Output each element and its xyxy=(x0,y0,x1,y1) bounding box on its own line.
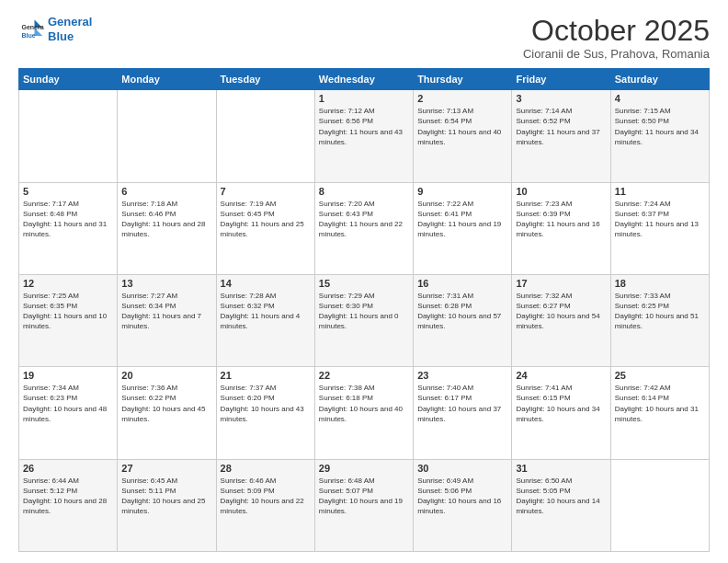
cell-sun-info: Sunrise: 7:29 AMSunset: 6:30 PMDaylight:… xyxy=(319,291,409,332)
calendar-cell: 23Sunrise: 7:40 AMSunset: 6:17 PMDayligh… xyxy=(414,367,512,459)
calendar-cell: 14Sunrise: 7:28 AMSunset: 6:32 PMDayligh… xyxy=(216,274,314,366)
calendar-cell: 20Sunrise: 7:36 AMSunset: 6:22 PMDayligh… xyxy=(118,367,216,459)
location: Cioranii de Sus, Prahova, Romania xyxy=(523,47,710,61)
day-number: 23 xyxy=(417,370,507,381)
calendar-week-row: 19Sunrise: 7:34 AMSunset: 6:23 PMDayligh… xyxy=(19,367,710,459)
day-number: 10 xyxy=(516,186,606,197)
logo: General Blue General Blue xyxy=(18,15,92,43)
cell-sun-info: Sunrise: 7:37 AMSunset: 6:20 PMDaylight:… xyxy=(221,383,311,424)
calendar-cell xyxy=(19,90,118,182)
day-number: 26 xyxy=(23,463,113,474)
day-number: 5 xyxy=(23,186,113,197)
day-header-tuesday: Tuesday xyxy=(216,69,314,90)
day-number: 30 xyxy=(417,463,507,474)
day-number: 27 xyxy=(121,463,211,474)
cell-sun-info: Sunrise: 6:45 AMSunset: 5:11 PMDaylight:… xyxy=(121,476,211,517)
calendar-cell: 24Sunrise: 7:41 AMSunset: 6:15 PMDayligh… xyxy=(512,367,610,459)
page: General Blue General Blue October 2025 C… xyxy=(0,0,728,563)
day-number: 28 xyxy=(221,463,311,474)
cell-sun-info: Sunrise: 7:25 AMSunset: 6:35 PMDaylight:… xyxy=(23,291,113,332)
calendar-cell: 2Sunrise: 7:13 AMSunset: 6:54 PMDaylight… xyxy=(414,90,512,182)
calendar-cell: 5Sunrise: 7:17 AMSunset: 6:48 PMDaylight… xyxy=(19,182,118,274)
calendar-cell: 9Sunrise: 7:22 AMSunset: 6:41 PMDaylight… xyxy=(414,182,512,274)
calendar-week-row: 26Sunrise: 6:44 AMSunset: 5:12 PMDayligh… xyxy=(19,459,710,551)
day-number: 4 xyxy=(615,93,705,104)
day-header-wednesday: Wednesday xyxy=(314,69,413,90)
cell-sun-info: Sunrise: 7:38 AMSunset: 6:18 PMDaylight:… xyxy=(319,383,409,424)
day-number: 8 xyxy=(319,186,409,197)
calendar-table: SundayMondayTuesdayWednesdayThursdayFrid… xyxy=(18,68,710,552)
day-number: 3 xyxy=(516,93,606,104)
cell-sun-info: Sunrise: 7:19 AMSunset: 6:45 PMDaylight:… xyxy=(221,199,311,240)
calendar-week-row: 12Sunrise: 7:25 AMSunset: 6:35 PMDayligh… xyxy=(19,274,710,366)
calendar-cell: 3Sunrise: 7:14 AMSunset: 6:52 PMDaylight… xyxy=(512,90,610,182)
day-number: 12 xyxy=(23,278,113,289)
calendar-cell xyxy=(610,459,709,551)
calendar-cell: 12Sunrise: 7:25 AMSunset: 6:35 PMDayligh… xyxy=(19,274,118,366)
cell-sun-info: Sunrise: 6:50 AMSunset: 5:05 PMDaylight:… xyxy=(516,476,606,517)
day-header-friday: Friday xyxy=(512,69,610,90)
cell-sun-info: Sunrise: 7:20 AMSunset: 6:43 PMDaylight:… xyxy=(319,199,409,240)
cell-sun-info: Sunrise: 6:49 AMSunset: 5:06 PMDaylight:… xyxy=(417,476,507,517)
cell-sun-info: Sunrise: 7:41 AMSunset: 6:15 PMDaylight:… xyxy=(516,383,606,424)
calendar-cell: 31Sunrise: 6:50 AMSunset: 5:05 PMDayligh… xyxy=(512,459,610,551)
calendar-cell: 4Sunrise: 7:15 AMSunset: 6:50 PMDaylight… xyxy=(610,90,709,182)
svg-text:General: General xyxy=(22,24,45,30)
day-header-sunday: Sunday xyxy=(19,69,118,90)
day-number: 18 xyxy=(615,278,705,289)
logo-line1: General xyxy=(48,15,92,29)
cell-sun-info: Sunrise: 7:36 AMSunset: 6:22 PMDaylight:… xyxy=(121,383,211,424)
day-number: 15 xyxy=(319,278,409,289)
day-number: 16 xyxy=(417,278,507,289)
calendar-cell: 28Sunrise: 6:46 AMSunset: 5:09 PMDayligh… xyxy=(216,459,314,551)
day-number: 13 xyxy=(121,278,211,289)
calendar-cell xyxy=(216,90,314,182)
day-number: 20 xyxy=(121,370,211,381)
calendar-week-row: 1Sunrise: 7:12 AMSunset: 6:56 PMDaylight… xyxy=(19,90,710,182)
cell-sun-info: Sunrise: 7:42 AMSunset: 6:14 PMDaylight:… xyxy=(615,383,705,424)
day-number: 19 xyxy=(23,370,113,381)
logo-text: General Blue xyxy=(48,15,92,43)
day-number: 6 xyxy=(121,186,211,197)
day-number: 17 xyxy=(516,278,606,289)
cell-sun-info: Sunrise: 7:17 AMSunset: 6:48 PMDaylight:… xyxy=(23,199,113,240)
cell-sun-info: Sunrise: 7:34 AMSunset: 6:23 PMDaylight:… xyxy=(23,383,113,424)
calendar-cell: 22Sunrise: 7:38 AMSunset: 6:18 PMDayligh… xyxy=(314,367,413,459)
logo-line2: Blue xyxy=(48,29,74,43)
cell-sun-info: Sunrise: 6:48 AMSunset: 5:07 PMDaylight:… xyxy=(319,476,409,517)
calendar-cell: 15Sunrise: 7:29 AMSunset: 6:30 PMDayligh… xyxy=(314,274,413,366)
calendar-cell: 6Sunrise: 7:18 AMSunset: 6:46 PMDaylight… xyxy=(118,182,216,274)
day-number: 22 xyxy=(319,370,409,381)
calendar-header-row: SundayMondayTuesdayWednesdayThursdayFrid… xyxy=(19,69,710,90)
calendar-cell: 21Sunrise: 7:37 AMSunset: 6:20 PMDayligh… xyxy=(216,367,314,459)
cell-sun-info: Sunrise: 6:46 AMSunset: 5:09 PMDaylight:… xyxy=(221,476,311,517)
cell-sun-info: Sunrise: 7:13 AMSunset: 6:54 PMDaylight:… xyxy=(417,106,507,147)
cell-sun-info: Sunrise: 7:28 AMSunset: 6:32 PMDaylight:… xyxy=(221,291,311,332)
month-title: October 2025 xyxy=(523,15,710,47)
cell-sun-info: Sunrise: 7:14 AMSunset: 6:52 PMDaylight:… xyxy=(516,106,606,147)
logo-icon: General Blue xyxy=(18,17,44,42)
day-number: 1 xyxy=(319,93,409,104)
cell-sun-info: Sunrise: 7:12 AMSunset: 6:56 PMDaylight:… xyxy=(319,106,409,147)
calendar-cell: 13Sunrise: 7:27 AMSunset: 6:34 PMDayligh… xyxy=(118,274,216,366)
calendar-cell: 25Sunrise: 7:42 AMSunset: 6:14 PMDayligh… xyxy=(610,367,709,459)
day-number: 9 xyxy=(417,186,507,197)
cell-sun-info: Sunrise: 7:32 AMSunset: 6:27 PMDaylight:… xyxy=(516,291,606,332)
calendar-cell: 18Sunrise: 7:33 AMSunset: 6:25 PMDayligh… xyxy=(610,274,709,366)
calendar-cell xyxy=(118,90,216,182)
calendar-cell: 19Sunrise: 7:34 AMSunset: 6:23 PMDayligh… xyxy=(19,367,118,459)
day-number: 7 xyxy=(221,186,311,197)
cell-sun-info: Sunrise: 7:40 AMSunset: 6:17 PMDaylight:… xyxy=(417,383,507,424)
calendar-cell: 1Sunrise: 7:12 AMSunset: 6:56 PMDaylight… xyxy=(314,90,413,182)
cell-sun-info: Sunrise: 7:33 AMSunset: 6:25 PMDaylight:… xyxy=(615,291,705,332)
cell-sun-info: Sunrise: 7:22 AMSunset: 6:41 PMDaylight:… xyxy=(417,199,507,240)
cell-sun-info: Sunrise: 7:27 AMSunset: 6:34 PMDaylight:… xyxy=(121,291,211,332)
day-number: 24 xyxy=(516,370,606,381)
calendar-cell: 16Sunrise: 7:31 AMSunset: 6:28 PMDayligh… xyxy=(414,274,512,366)
calendar-week-row: 5Sunrise: 7:17 AMSunset: 6:48 PMDaylight… xyxy=(19,182,710,274)
title-block: October 2025 Cioranii de Sus, Prahova, R… xyxy=(523,15,710,61)
calendar-cell: 7Sunrise: 7:19 AMSunset: 6:45 PMDaylight… xyxy=(216,182,314,274)
cell-sun-info: Sunrise: 6:44 AMSunset: 5:12 PMDaylight:… xyxy=(23,476,113,517)
calendar-cell: 27Sunrise: 6:45 AMSunset: 5:11 PMDayligh… xyxy=(118,459,216,551)
svg-text:Blue: Blue xyxy=(22,31,36,38)
